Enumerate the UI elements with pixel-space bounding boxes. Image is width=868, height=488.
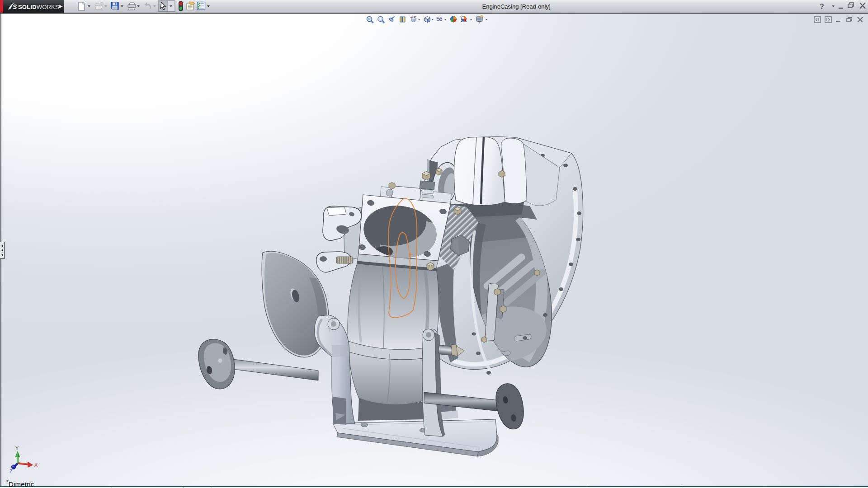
- svg-text:Y: Y: [15, 446, 19, 451]
- svg-text:X: X: [34, 462, 38, 468]
- svg-text:?: ?: [820, 3, 824, 10]
- svg-text:S: S: [13, 3, 17, 10]
- svg-text:Z: Z: [9, 469, 13, 473]
- svg-text:SOLIDWORKS: SOLIDWORKS: [18, 4, 59, 10]
